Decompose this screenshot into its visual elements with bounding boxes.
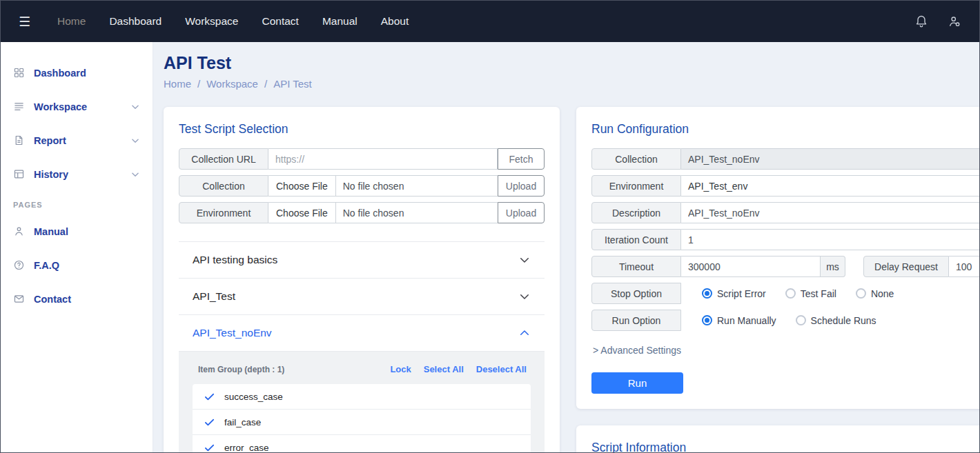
timeout-unit: ms <box>821 256 845 277</box>
sidebar-item-contact[interactable]: Contact <box>1 282 153 316</box>
chevron-up-icon <box>518 327 531 339</box>
nav-item-dashboard[interactable]: Dashboard <box>97 15 173 28</box>
checkmark-icon[interactable] <box>204 442 215 452</box>
collection-upload-button[interactable]: Upload <box>498 175 545 197</box>
table-icon <box>13 168 25 180</box>
iteration-count-label: Iteration Count <box>591 229 681 250</box>
radio-script-error[interactable]: Script Error <box>702 288 766 299</box>
script-information-card: Script Information - Collection State : … <box>576 425 979 452</box>
sidebar-section-pages: PAGES <box>1 191 153 214</box>
description-input[interactable] <box>681 202 979 223</box>
sidebar: Dashboard Workspace Report <box>1 42 153 452</box>
environment-upload-button[interactable]: Upload <box>498 202 545 223</box>
collection-choose-file-button[interactable]: Choose File <box>268 175 336 197</box>
radio-checked-icon[interactable] <box>702 315 712 325</box>
stop-option-label: Stop Option <box>591 283 681 304</box>
collection-url-input[interactable] <box>268 148 498 170</box>
chevron-down-icon <box>518 290 531 303</box>
timeout-group: Timeout ms <box>591 256 845 277</box>
accordion-panel: Item Group (depth : 1) Lock Select All D… <box>179 351 545 452</box>
accordion-item-api-testing-basics[interactable]: API testing basics <box>179 241 545 278</box>
nav-item-home[interactable]: Home <box>46 15 97 28</box>
environment-selected-value: API_Test_env <box>688 181 747 192</box>
collection-file-status: No file chosen <box>336 175 498 197</box>
select-all-link[interactable]: Select All <box>424 364 464 374</box>
chevron-down-icon <box>130 170 140 179</box>
top-navbar: ☰ Home Dashboard Workspace Contact Manua… <box>1 1 979 42</box>
menu-toggle-icon[interactable]: ☰ <box>19 15 30 28</box>
fetch-button[interactable]: Fetch <box>498 148 545 170</box>
sidebar-item-history[interactable]: History <box>1 157 153 191</box>
collection-file-row: Collection Choose File No file chosen Up… <box>179 175 545 197</box>
sidebar-item-label: Manual <box>34 226 140 237</box>
card-title: Run Configuration <box>591 122 979 137</box>
main-content: API Test Home / Workspace / API Test Tes… <box>153 42 979 452</box>
person-icon <box>13 225 25 237</box>
card-title: Script Information <box>591 441 979 452</box>
bell-icon[interactable] <box>914 14 928 28</box>
envelope-icon <box>13 293 25 305</box>
test-script-selection-card: Test Script Selection Collection URL Fet… <box>164 107 560 452</box>
checkmark-icon[interactable] <box>204 416 215 428</box>
timeout-input[interactable] <box>681 256 821 277</box>
run-button[interactable]: Run <box>591 372 683 394</box>
breadcrumb: Home / Workspace / API Test <box>164 78 970 90</box>
checkmark-icon[interactable] <box>204 391 215 403</box>
delay-request-input[interactable] <box>949 256 979 277</box>
description-row: Description <box>591 202 979 223</box>
stop-option-radios: Script Error Test Fail None <box>681 283 894 304</box>
test-case-list: success_case fail_case <box>193 384 531 452</box>
question-circle-icon <box>13 259 25 271</box>
radio-unchecked-icon[interactable] <box>796 315 806 325</box>
deselect-all-link[interactable]: Deselect All <box>476 364 527 374</box>
list-item-error-case[interactable]: error_case <box>193 435 531 452</box>
item-group-header: Item Group (depth : 1) Lock Select All D… <box>193 364 531 374</box>
list-item-fail-case[interactable]: fail_case <box>193 410 531 435</box>
iteration-count-input[interactable] <box>681 229 979 250</box>
timeout-label: Timeout <box>591 256 681 277</box>
radio-test-fail[interactable]: Test Fail <box>785 288 836 299</box>
sidebar-item-label: Report <box>34 135 121 146</box>
radio-schedule-runs[interactable]: Schedule Runs <box>796 315 876 326</box>
radio-none[interactable]: None <box>856 288 894 299</box>
breadcrumb-current: API Test <box>273 78 312 90</box>
accordion-item-api-test-noenv[interactable]: API_Test_noEnv <box>179 314 545 351</box>
lock-link[interactable]: Lock <box>390 364 411 374</box>
nav-item-workspace[interactable]: Workspace <box>173 15 250 28</box>
sidebar-item-workspace[interactable]: Workspace <box>1 90 153 123</box>
description-label: Description <box>591 202 681 223</box>
breadcrumb-workspace[interactable]: Workspace <box>206 78 258 90</box>
environment-file-label: Environment <box>179 202 268 223</box>
environment-choose-file-button[interactable]: Choose File <box>268 202 336 223</box>
timing-row: Timeout ms Delay Request ms <box>591 256 979 277</box>
environment-select[interactable]: API_Test_env <box>681 175 979 197</box>
radio-run-manually[interactable]: Run Manually <box>702 315 776 326</box>
nav-item-manual[interactable]: Manual <box>311 15 369 28</box>
grid-icon <box>13 67 25 79</box>
sidebar-item-label: Dashboard <box>34 68 140 79</box>
nav-item-contact[interactable]: Contact <box>250 15 310 28</box>
environment-row: Environment API_Test_env <box>591 175 979 197</box>
sidebar-item-dashboard[interactable]: Dashboard <box>1 56 153 90</box>
nav-item-about[interactable]: About <box>369 15 421 28</box>
radio-unchecked-icon[interactable] <box>856 288 866 299</box>
run-option-radios: Run Manually Schedule Runs <box>681 310 876 331</box>
advanced-settings-link[interactable]: > Advanced Settings <box>593 345 979 356</box>
user-settings-icon[interactable] <box>948 14 961 28</box>
collection-label: Collection <box>591 148 681 170</box>
radio-checked-icon[interactable] <box>702 288 712 299</box>
breadcrumb-home[interactable]: Home <box>164 78 191 90</box>
sidebar-item-label: History <box>34 169 121 180</box>
sidebar-item-manual[interactable]: Manual <box>1 214 153 248</box>
chevron-down-icon <box>130 136 140 145</box>
collection-url-label: Collection URL <box>179 148 268 170</box>
sidebar-item-report[interactable]: Report <box>1 123 153 157</box>
radio-unchecked-icon[interactable] <box>785 288 796 299</box>
list-icon <box>13 101 25 112</box>
sidebar-item-faq[interactable]: F.A.Q <box>1 248 153 282</box>
main-nav: Home Dashboard Workspace Contact Manual … <box>46 15 420 28</box>
app-window: ☰ Home Dashboard Workspace Contact Manua… <box>0 0 980 453</box>
list-item-success-case[interactable]: success_case <box>193 384 531 410</box>
collection-file-label: Collection <box>179 175 268 197</box>
accordion-item-api-test[interactable]: API_Test <box>179 278 545 314</box>
